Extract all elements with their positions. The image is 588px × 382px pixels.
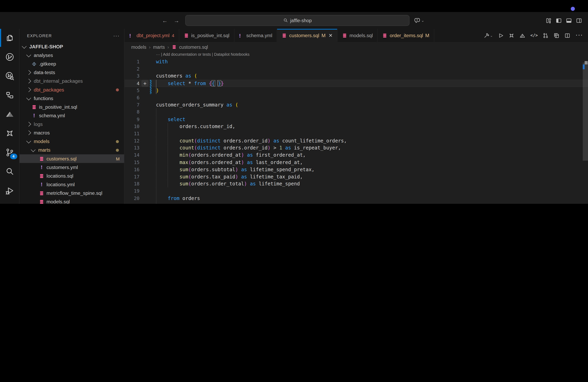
code-line-17[interactable]: 17 sum(orders.tax_paid) as lifetime_tax_… (125, 173, 588, 180)
tree-folder-data-tests[interactable]: data-tests (20, 68, 124, 77)
code-line-8[interactable]: 8 (125, 108, 588, 115)
tree-file-metricflow-time-spine-sql[interactable]: metricflow_time_spine.sql (20, 189, 124, 197)
split-editor-icon[interactable] (564, 32, 570, 38)
tree-item-label: macros (34, 130, 50, 136)
code-line-5[interactable]: 5) (125, 87, 588, 94)
activity-item-files[interactable] (4, 33, 15, 43)
indent-guide (156, 187, 156, 195)
code-line-9[interactable]: 9 select (125, 115, 588, 123)
editor-scrollbar[interactable] (583, 52, 588, 204)
chevron-down-icon: ⌄ (421, 18, 424, 22)
activity-item-git-branch[interactable]: 4 (4, 147, 15, 158)
breadcrumb-item[interactable]: customers.sql (179, 44, 208, 50)
code-line-13[interactable]: 13 count(distinct orders.order_id) > 1 a… (125, 144, 588, 152)
activity-item-dbt-star[interactable] (4, 128, 15, 139)
search-icon (5, 167, 14, 176)
code-line-15[interactable]: 15 max(orders.ordered_at) as last_ordere… (125, 159, 588, 166)
code-icon[interactable]: </> (530, 33, 538, 38)
tree-file-schema-yml[interactable]: !schema.yml (20, 111, 124, 120)
sidebar-left-icon[interactable] (556, 17, 562, 23)
vscode-window: ← → jaffle-shop ⌄ 41 1 EXPLORER ··· JAFF… (0, 0, 588, 204)
code-line-12[interactable]: 12 count(distinct orders.order_id) as co… (125, 137, 588, 144)
code-editor[interactable]: ··· | Add documentation or tests | Datap… (125, 52, 588, 204)
tree-folder-marts[interactable]: marts (20, 146, 124, 154)
tab-is-positive-int-sql[interactable]: is_positive_int.sql (179, 29, 234, 42)
code-line-4[interactable]: 4+ select * from {{ }} (125, 80, 588, 87)
chevron-right-icon (26, 70, 31, 75)
code-line-19[interactable]: 19 (125, 187, 588, 195)
activity-item-gitlens[interactable] (4, 71, 15, 81)
tab-customers-sql[interactable]: customers.sqlM✕ (277, 29, 337, 42)
code-line-7[interactable]: 7customer_orders_summary as ( (125, 101, 588, 108)
activity-bar: 41 1 (0, 29, 20, 204)
sidebar-right-icon[interactable] (576, 17, 582, 23)
activity-item-search[interactable] (4, 166, 15, 177)
tree-file-customers-sql[interactable]: customers.sqlM (20, 154, 124, 163)
tree-item-label: metricflow_time_spine.sql (47, 191, 102, 196)
forward-button[interactable]: → (174, 17, 179, 24)
tree-folder-models[interactable]: models (20, 137, 124, 146)
tree-folder-functions[interactable]: functions (20, 94, 124, 103)
add-action-button[interactable]: + (141, 80, 148, 87)
activity-item-scm-graph[interactable] (4, 52, 15, 62)
breadcrumb-separator: › (168, 44, 169, 50)
code-line-18[interactable]: 18 sum(orders.order_total) as lifetime_s… (125, 180, 588, 187)
code-line-14[interactable]: 14 min(orders.ordered_at) as first_order… (125, 152, 588, 159)
activity-item-datapilot[interactable] (4, 109, 15, 120)
codelens-actions[interactable]: ··· | Add documentation or tests | Datap… (125, 52, 588, 58)
close-icon[interactable]: ✕ (329, 33, 333, 38)
tree-folder-macros[interactable]: macros (20, 129, 124, 137)
code-line-16[interactable]: 16 sum(orders.subtotal) as lifetime_spen… (125, 166, 588, 173)
code-line-2[interactable]: 2 (125, 65, 588, 73)
code-line-11[interactable]: 11 (125, 130, 588, 137)
tree-folder-dbt-internal-packages[interactable]: dbt_internal_packages (20, 77, 124, 85)
tab-dbt-project-yml[interactable]: !dbt_project.yml4 (125, 29, 179, 42)
editor-group: !dbt_project.yml4is_positive_int.sql!sch… (125, 29, 588, 204)
tab-order-items-sql[interactable]: order_items.sqlM (378, 29, 434, 42)
tab-models-sql[interactable]: models.sql (337, 29, 378, 42)
tree-file-is-positive-int-sql[interactable]: is_positive_int.sql (20, 103, 124, 111)
tree-file--gitkeep[interactable]: .gitkeep (20, 59, 124, 68)
tree-file-locations-yml[interactable]: !locations.yml (20, 180, 124, 189)
code-line-20[interactable]: 20 from orders (125, 195, 588, 202)
search-value: jaffle-shop (290, 18, 312, 23)
tree-folder-dbt-packages[interactable]: dbt_packages (20, 86, 124, 94)
copilot-button[interactable]: ⌄ (414, 17, 424, 24)
datapilot-outline-icon[interactable] (519, 32, 525, 38)
warn-file-icon: ! (239, 33, 244, 38)
breadcrumb-item[interactable]: marts (153, 44, 165, 50)
tree-file-customers-yml[interactable]: !customers.yml (20, 163, 124, 172)
tab-label: is_positive_int.sql (191, 33, 230, 38)
play-icon[interactable] (498, 32, 504, 38)
more-icon[interactable]: ··· (575, 33, 583, 38)
tab-schema-yml[interactable]: !schema.yml (234, 29, 277, 42)
command-center-search[interactable]: jaffle-shop (185, 15, 409, 26)
breadcrumb[interactable]: models›marts›customers.sql (125, 42, 588, 52)
code-line-1[interactable]: 1with (125, 58, 588, 65)
tree-file-locations-sql[interactable]: locations.sql (20, 172, 124, 180)
db-file-icon (184, 33, 189, 38)
pr-loop-icon[interactable] (543, 32, 549, 38)
explorer-more-actions[interactable]: ··· (113, 33, 120, 38)
db-file-icon (39, 173, 44, 178)
tree-folder-logs[interactable]: logs (20, 120, 124, 129)
hammer-action[interactable]: ⌄ (483, 32, 493, 38)
code-line-21[interactable]: 21 (125, 202, 588, 204)
dbt-star-icon[interactable] (509, 32, 515, 38)
panel-bottom-icon[interactable] (566, 17, 572, 23)
code-line-6[interactable]: 6 (125, 94, 588, 101)
tree-item-label: is_positive_int.sql (39, 104, 77, 110)
code-line-3[interactable]: 3customers as ( (125, 73, 588, 80)
back-button[interactable]: ← (162, 17, 168, 24)
breadcrumb-item[interactable]: models (131, 44, 147, 50)
scrollbar-thumb[interactable] (583, 62, 588, 161)
activity-item-lineage[interactable] (4, 90, 15, 100)
code-line-10[interactable]: 10 orders.customer_id, (125, 123, 588, 130)
tree-folder-analyses[interactable]: analyses (20, 51, 124, 59)
db-file-icon (282, 33, 287, 38)
tree-file-models-sql[interactable]: models.sql (20, 197, 124, 204)
layout-customize-icon[interactable] (546, 17, 552, 23)
activity-item-debug[interactable] (4, 185, 15, 196)
table-copy-icon[interactable] (554, 32, 560, 38)
tree-folder-jaffle-shop[interactable]: JAFFLE-SHOP (20, 42, 124, 51)
